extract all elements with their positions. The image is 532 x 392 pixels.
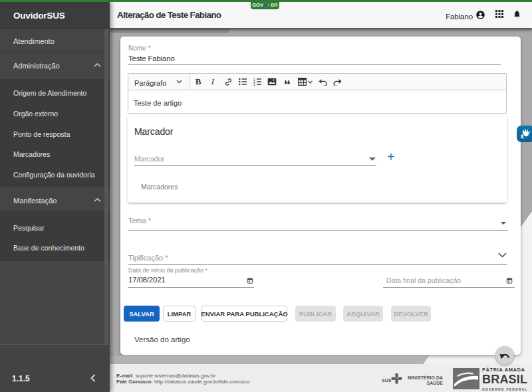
- svg-text:3: 3: [253, 83, 255, 86]
